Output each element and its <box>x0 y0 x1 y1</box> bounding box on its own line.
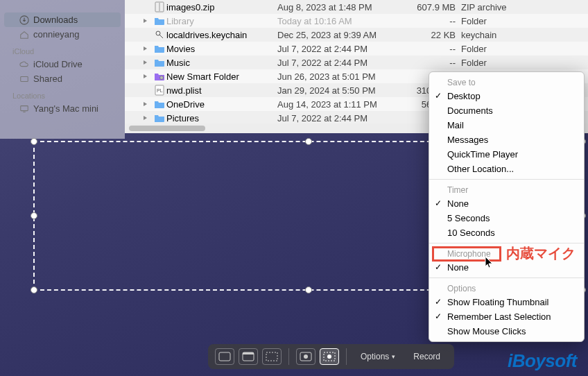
table-row[interactable]: MoviesJul 7, 2022 at 2:44 PM--Folder <box>125 42 588 55</box>
sidebar-item-label: Yang's Mac mini <box>33 103 98 114</box>
menu-item[interactable]: ✓None <box>429 196 584 211</box>
svg-rect-8 <box>219 352 230 361</box>
disclosure-triangle-icon[interactable] <box>139 74 153 79</box>
shared-icon <box>19 74 29 84</box>
file-size: -- <box>409 44 461 54</box>
disclosure-triangle-icon[interactable] <box>139 101 153 107</box>
capture-entire-screen-button[interactable] <box>215 348 234 365</box>
disclosure-triangle-icon[interactable] <box>139 18 153 24</box>
svg-rect-2 <box>21 105 28 110</box>
check-icon: ✓ <box>435 198 442 208</box>
file-name: Music <box>166 58 277 68</box>
menu-item[interactable]: 5 Seconds <box>429 211 584 225</box>
scroll-thumb[interactable] <box>129 126 205 131</box>
table-row[interactable]: images0.zipAug 8, 2023 at 1:48 PM607.9 M… <box>125 0 588 14</box>
menu-item[interactable]: Mail <box>429 118 584 133</box>
check-icon: ✓ <box>435 91 442 101</box>
file-size: 22 KB <box>409 30 461 40</box>
sidebar-item-downloads[interactable]: Downloads <box>4 12 121 27</box>
file-name: OneDrive <box>166 99 277 110</box>
check-icon: ✓ <box>435 262 442 272</box>
file-kind: keychain <box>461 30 530 40</box>
disclosure-triangle-icon[interactable] <box>139 115 153 121</box>
file-name: images0.zip <box>166 2 277 12</box>
menu-item[interactable]: 10 Seconds <box>429 225 584 240</box>
file-date: Jul 7, 2022 at 2:44 PM <box>277 44 409 54</box>
file-date: Jan 29, 2024 at 5:50 PM <box>277 85 409 96</box>
menu-item[interactable]: Other Location... <box>429 162 584 176</box>
file-icon <box>153 71 166 81</box>
menu-item-label: QuickTime Player <box>447 149 518 160</box>
file-icon <box>153 1 166 12</box>
screenshot-toolbar: Options▾ Record <box>208 344 454 369</box>
sidebar-item-location[interactable]: Yang's Mac mini <box>0 101 125 116</box>
menu-item-label: Remember Last Selection <box>447 311 551 322</box>
annotation-text: 内蔵マイク <box>506 244 576 263</box>
file-name: nwd.plist <box>166 85 277 96</box>
disclosure-triangle-icon[interactable] <box>139 60 153 65</box>
file-date: Jul 7, 2022 at 2:44 PM <box>277 113 409 123</box>
capture-window-button[interactable] <box>239 348 258 365</box>
resize-handle[interactable] <box>305 287 312 293</box>
menu-item[interactable]: ✓Desktop <box>429 89 584 103</box>
table-row[interactable]: localdrives.keychainDec 25, 2023 at 9:39… <box>125 28 588 42</box>
screenshot-options-menu: Save to✓DesktopDocumentsMailMessagesQuic… <box>429 71 585 342</box>
resize-handle[interactable] <box>31 138 37 145</box>
cloud-icon <box>19 60 29 69</box>
download-icon <box>19 15 29 25</box>
menu-item[interactable]: Documents <box>429 103 584 118</box>
file-name: Library <box>166 16 277 26</box>
file-date: Today at 10:16 AM <box>277 16 409 26</box>
record-button[interactable]: Record <box>406 352 447 361</box>
file-icon <box>153 16 166 26</box>
file-kind: Folder <box>461 44 530 54</box>
sidebar-item-label: iCloud Drive <box>33 59 83 69</box>
file-icon: PL <box>153 85 166 96</box>
svg-point-15 <box>327 354 331 359</box>
menu-item-label: 5 Seconds <box>447 213 490 223</box>
sidebar-item-shared[interactable]: Shared <box>0 71 125 86</box>
menu-item-label: Messages <box>447 135 488 145</box>
sidebar-item-icloud-drive[interactable]: iCloud Drive <box>0 57 125 71</box>
resize-handle[interactable] <box>31 287 37 293</box>
toolbar-divider <box>346 348 347 365</box>
menu-item[interactable]: ✓Remember Last Selection <box>429 309 584 324</box>
capture-selection-button[interactable] <box>262 348 282 365</box>
record-selection-button[interactable] <box>320 348 339 365</box>
resize-handle[interactable] <box>305 138 312 145</box>
sidebar-section-locations: Locations <box>0 86 125 101</box>
file-size: -- <box>409 58 461 68</box>
file-kind: ZIP archive <box>461 2 530 12</box>
menu-separator <box>429 243 584 243</box>
computer-icon <box>19 104 29 114</box>
menu-item[interactable]: Show Mouse Clicks <box>429 324 584 339</box>
menu-item[interactable]: Messages <box>429 133 584 147</box>
sidebar-item-user[interactable]: connieyang <box>0 27 125 42</box>
menu-item-label: Documents <box>447 105 493 116</box>
sidebar-section-icloud: iCloud <box>0 42 125 57</box>
options-button[interactable]: Options▾ <box>354 352 402 361</box>
file-icon <box>153 44 166 53</box>
disclosure-triangle-icon[interactable] <box>139 46 153 51</box>
file-name: Movies <box>166 44 277 54</box>
check-icon: ✓ <box>435 311 442 321</box>
record-entire-screen-button[interactable] <box>296 348 315 365</box>
resize-handle[interactable] <box>31 212 37 219</box>
watermark: iBoysoft <box>508 350 577 372</box>
file-kind: Folder <box>461 16 530 26</box>
annotation-highlight-microphone <box>432 246 501 262</box>
home-icon <box>19 30 29 40</box>
table-row[interactable]: MusicJul 7, 2022 at 2:44 PM--Folder <box>125 55 588 69</box>
file-icon <box>153 99 166 109</box>
menu-item[interactable]: ✓Show Floating Thumbnail <box>429 295 584 309</box>
menu-item-label: Other Location... <box>447 164 514 174</box>
menu-item[interactable]: QuickTime Player <box>429 147 584 162</box>
file-size: -- <box>409 16 461 26</box>
finder-sidebar: Downloads connieyang iCloud iCloud Drive… <box>0 0 125 139</box>
svg-rect-11 <box>266 352 277 361</box>
menu-item-label: 10 Seconds <box>447 228 495 238</box>
table-row[interactable]: LibraryToday at 10:16 AM--Folder <box>125 14 588 28</box>
file-name: localdrives.keychain <box>166 30 277 40</box>
menu-item-label: Show Mouse Clicks <box>447 326 526 336</box>
sidebar-item-label: Shared <box>33 74 62 84</box>
